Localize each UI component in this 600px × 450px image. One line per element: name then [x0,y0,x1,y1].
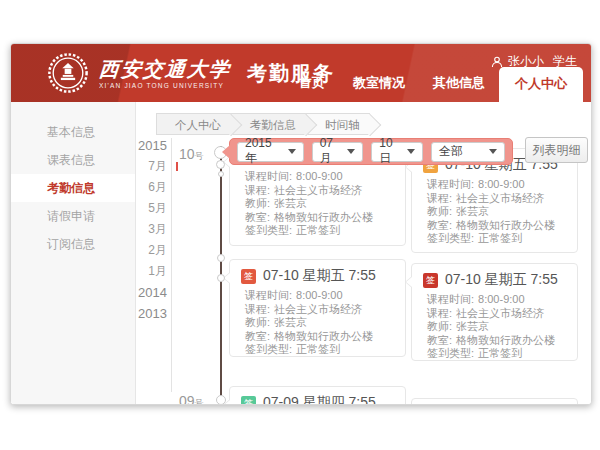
field-value: 8:00-9:00 [478,293,524,305]
field-label: 课程: [245,184,270,196]
nav-tab-label: 首页 [299,75,325,90]
card-field-row: 课程时间:8:00-9:00 [423,178,566,192]
timeline-nav-item[interactable]: 7月 [129,156,167,177]
field-label: 课程时间: [427,178,474,190]
timeline-nav-label: 2月 [148,243,167,257]
nav-tab[interactable]: 教室情况 [339,74,419,92]
field-value: 8:00-9:00 [296,170,342,182]
card-field-row: 课程时间:8:00-9:00 [241,170,394,184]
timeline-node [217,254,225,262]
breadcrumb-label: 个人中心 [175,119,221,131]
chevron-down-icon [347,149,355,154]
main-nav: 首页 教室情况 其他信息 个人中心 [285,67,583,102]
card-field-row: 课程:社会主义市场经济 [241,303,394,317]
field-label: 签到类型: [245,343,292,355]
card-field-row: 教师:张芸京 [423,205,566,219]
timeline-nav-label: 2015 [138,138,167,153]
timeline-nav-item[interactable]: 3月 [129,219,167,240]
card-header: 签 07-10 星期五 7:55 [423,271,566,289]
year-dropdown[interactable]: 2015年 [237,142,304,162]
field-label: 签到类型: [245,224,292,236]
field-label: 教室: [245,330,270,342]
field-label: 课程: [245,303,270,315]
list-detail-button[interactable]: 列表明细 [525,137,588,163]
field-value: 社会主义市场经济 [456,307,544,319]
app-window: 西安交通大学 XI'AN JIAO TONG UNIVERSITY 考勤服务 张… [10,43,592,405]
timeline-node [216,160,225,169]
field-value: 社会主义市场经济 [456,192,544,204]
field-value: 张芸京 [456,320,489,332]
nav-tab[interactable]: 个人中心 [499,67,583,102]
breadcrumb-label: 考勤信息 [250,119,296,131]
card-field-row: 课程:社会主义市场经济 [241,184,394,198]
app-header: 西安交通大学 XI'AN JIAO TONG UNIVERSITY 考勤服务 张… [11,44,591,102]
field-label: 签到类型: [427,232,474,244]
sidebar-item-label: 基本信息 [47,125,95,139]
person-icon [491,56,503,68]
nav-tab-label: 其他信息 [433,75,485,90]
nav-tab[interactable]: 首页 [285,74,339,92]
field-value: 张芸京 [456,205,489,217]
card-field-row: 签到类型:正常签到 [423,347,566,361]
sidebar-item[interactable]: 基本信息 [11,118,135,146]
nav-tab-label: 教室情况 [353,75,405,90]
card-field-row: 课程时间:8:00-9:00 [241,289,394,303]
field-value: 格物致知行政办公楼 [274,330,373,342]
field-label: 课程时间: [245,170,292,182]
field-label: 教室: [245,211,270,223]
field-value: 社会主义市场经济 [274,303,362,315]
timeline-year-month-nav: 2015 7月 6月 5月 3月 2月 1月 2014 [129,135,167,324]
field-label: 教师: [427,205,452,217]
date-filter-bar: 2015年 07月 10日 全部 [229,138,513,165]
attendance-card-clipped: 签 07-09 星期四 7:55 [229,386,406,405]
sidebar-item[interactable]: 课表信息 [11,146,135,174]
card-date: 07-10 星期五 7:55 [263,267,376,285]
card-date: 07-09 星期四 7:55 [263,394,376,405]
sidebar-item-label: 考勤信息 [47,181,95,195]
breadcrumb-item[interactable]: 个人中心 [156,113,231,135]
month-dropdown-value: 07月 [320,136,342,167]
timeline-node [217,274,225,282]
card-header: 签 07-09 星期四 7:55 [241,394,394,405]
timeline-nav-item[interactable]: 5月 [129,198,167,219]
card-field-row: 教室:格物致知行政办公楼 [423,334,566,348]
day-dropdown[interactable]: 10日 [371,142,423,162]
timeline-nav-item[interactable]: 2月 [129,240,167,261]
scope-dropdown-value: 全部 [439,143,463,160]
attendance-card: 签 07-10 星期五 7:55 课程时间:8:00-9:00 课程:社会主义市… [411,263,578,361]
nav-tab[interactable]: 其他信息 [419,74,499,92]
sidebar-item[interactable]: 考勤信息 [11,174,135,202]
card-field-row: 教师:张芸京 [423,320,566,334]
status-stamp-icon: 签 [423,273,438,288]
brand-text: 西安交通大学 XI'AN JIAO TONG UNIVERSITY [99,58,231,89]
timeline-nav-item[interactable]: 2015 [129,135,167,156]
card-field-row: 签到类型:正常签到 [423,232,566,246]
timeline-nav-item[interactable]: 2013 [129,303,167,324]
field-value: 正常签到 [296,224,340,236]
chevron-down-icon [489,149,497,154]
card-field-row: 教室:格物致知行政办公楼 [241,211,394,225]
field-value: 社会主义市场经济 [274,184,362,196]
university-name-cn: 西安交通大学 [98,58,232,80]
month-dropdown[interactable]: 07月 [312,142,364,162]
sidebar-item[interactable]: 请假申请 [11,202,135,230]
timeline-nav-label: 5月 [148,201,167,215]
sidebar-item-label: 订阅信息 [47,237,95,251]
field-value: 格物致知行政办公楼 [456,334,555,346]
card-field-row: 签到类型:正常签到 [241,343,394,357]
field-label: 课程时间: [245,289,292,301]
field-value: 正常签到 [296,343,340,355]
sidebar-item[interactable]: 订阅信息 [11,230,135,258]
timeline-nav-item[interactable]: 1月 [129,261,167,282]
timeline-nav-label: 6月 [148,180,167,194]
timeline-nav-item[interactable]: 6月 [129,177,167,198]
nav-tab-label: 个人中心 [515,76,567,91]
card-field-row: 教室:格物致知行政办公楼 [241,330,394,344]
scope-dropdown[interactable]: 全部 [431,142,505,162]
timeline-nav-item[interactable]: 2014 [129,282,167,303]
day-marker-09: 09号 [179,393,204,405]
timeline-nav-label: 7月 [148,159,167,173]
attendance-card: 签 07-10 星期五 7:55 课程时间:8:00-9:00 课程:社会主义市… [229,259,406,357]
university-name-en: XI'AN JIAO TONG UNIVERSITY [99,82,231,89]
breadcrumb-label: 时间轴 [325,119,360,131]
